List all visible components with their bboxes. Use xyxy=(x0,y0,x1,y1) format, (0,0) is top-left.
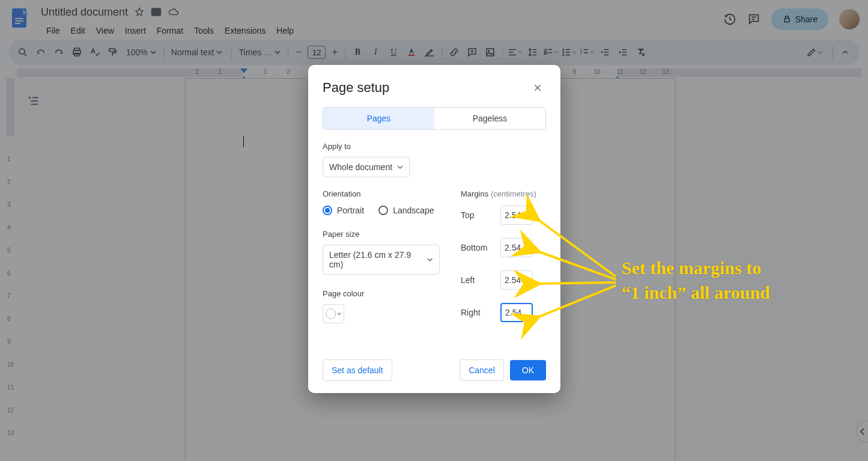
paper-size-label: Paper size xyxy=(323,230,443,239)
annotation-line: “1 inch” all around xyxy=(622,281,770,305)
margin-right-label: Right xyxy=(461,308,494,317)
page-setup-dialog: Page setup Pages Pageless Apply to Whole… xyxy=(308,65,560,393)
margins-label-text: Margins xyxy=(461,189,488,198)
close-icon[interactable] xyxy=(529,79,546,96)
page-colour-label: Page colour xyxy=(323,289,443,298)
orientation-portrait-label: Portrait xyxy=(337,206,364,215)
margin-top-input[interactable] xyxy=(500,206,533,225)
margin-bottom-label: Bottom xyxy=(461,243,494,252)
margin-top-label: Top xyxy=(461,210,494,220)
margin-right-input[interactable] xyxy=(500,303,533,322)
margins-unit: (centimetres) xyxy=(491,189,536,198)
annotation-text: Set the margins to “1 inch” all around xyxy=(622,256,770,305)
dialog-title: Page setup xyxy=(323,80,389,96)
annotation-line: Set the margins to xyxy=(622,256,770,281)
tab-pages[interactable]: Pages xyxy=(323,108,434,129)
apply-to-value: Whole document xyxy=(329,162,392,172)
margin-left-label: Left xyxy=(461,275,494,285)
tab-pageless[interactable]: Pageless xyxy=(434,108,545,129)
page-colour-select[interactable] xyxy=(323,304,344,323)
radio-icon xyxy=(378,206,388,215)
margin-left-input[interactable] xyxy=(500,270,533,290)
page-mode-tabs: Pages Pageless xyxy=(323,107,546,130)
page-colour-swatch-icon xyxy=(326,308,336,319)
margin-bottom-input[interactable] xyxy=(500,238,533,257)
apply-to-label: Apply to xyxy=(323,142,546,151)
ok-button[interactable]: OK xyxy=(510,360,546,380)
radio-icon xyxy=(323,206,332,215)
orientation-landscape-radio[interactable]: Landscape xyxy=(378,206,434,215)
orientation-landscape-label: Landscape xyxy=(393,206,434,215)
margins-label: Margins (centimetres) xyxy=(461,189,546,198)
cancel-button[interactable]: Cancel xyxy=(460,359,504,381)
apply-to-select[interactable]: Whole document xyxy=(323,157,410,177)
paper-size-select[interactable]: Letter (21.6 cm x 27.9 cm) xyxy=(323,245,440,275)
set-default-button[interactable]: Set as default xyxy=(323,359,392,381)
orientation-portrait-radio[interactable]: Portrait xyxy=(323,206,364,215)
paper-size-value: Letter (21.6 cm x 27.9 cm) xyxy=(329,250,422,269)
orientation-label: Orientation xyxy=(323,189,443,198)
